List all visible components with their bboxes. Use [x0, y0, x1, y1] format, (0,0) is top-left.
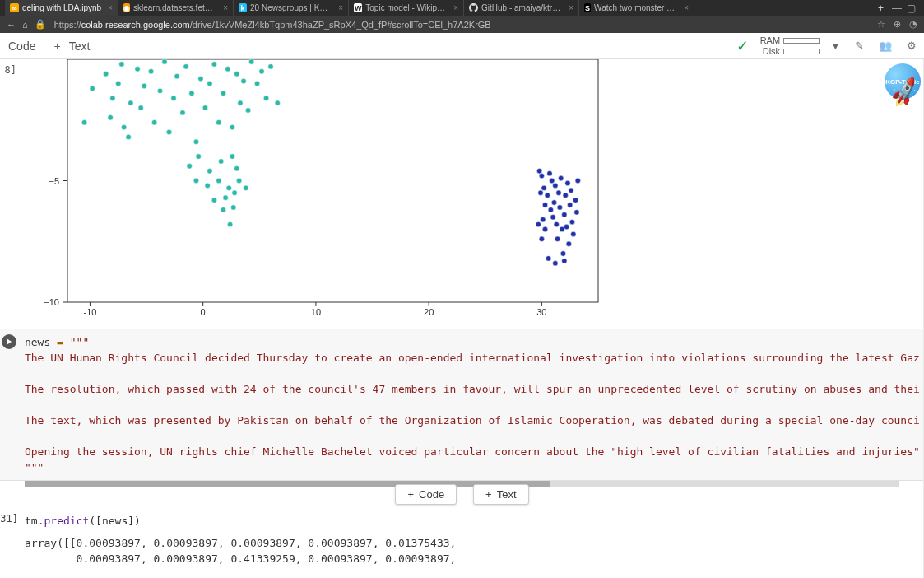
close-tab-icon[interactable]: × [684, 3, 689, 12]
svg-point-77 [536, 221, 541, 226]
svg-point-85 [547, 170, 552, 175]
browser-tabstrip: ∞deling with LDA.ipynb×◉sklearn.datasets… [0, 0, 924, 16]
code-editor[interactable]: news = """ The UN Human Rights Council d… [18, 329, 924, 480]
tab-title: sklearn.datasets.fetch_20newsgr [133, 3, 216, 12]
svg-point-30 [157, 88, 162, 93]
profile-icon[interactable]: ◔ [909, 19, 917, 30]
svg-point-102 [566, 241, 571, 246]
new-tab-button[interactable]: + [873, 2, 889, 14]
svg-point-23 [128, 100, 133, 105]
toolbar-dropdown-icon[interactable]: ▼ [831, 41, 840, 51]
svg-point-37 [189, 91, 194, 96]
svg-point-29 [151, 120, 156, 125]
svg-point-67 [223, 195, 228, 200]
svg-point-47 [234, 72, 239, 77]
svg-point-106 [571, 231, 576, 236]
svg-point-38 [193, 139, 198, 144]
inline-code-label: Code [419, 488, 444, 501]
favicon-icon: W [354, 3, 362, 12]
close-tab-icon[interactable]: × [453, 3, 458, 12]
svg-point-99 [563, 193, 568, 198]
predict-code[interactable]: tm.predict([news]) [18, 508, 147, 534]
browser-tab[interactable]: SWatch two monster black holes× [579, 0, 694, 16]
settings-icon[interactable]: ⚙ [904, 39, 919, 54]
favicon-github-icon [469, 3, 478, 12]
browser-tab[interactable]: GitHub - amaiya/ktrain: ktrain is× [464, 0, 579, 16]
home-icon[interactable]: ⌂ [22, 20, 28, 30]
code-cell-predict[interactable]: 31] tm.predict([news]) [0, 508, 924, 534]
svg-rect-0 [67, 59, 598, 302]
close-tab-icon[interactable]: × [338, 3, 343, 12]
close-tab-icon[interactable]: × [223, 3, 228, 12]
browser-tab[interactable]: ◉sklearn.datasets.fetch_20newsgr× [118, 0, 234, 16]
svg-point-83 [542, 226, 547, 231]
close-tab-icon[interactable]: × [108, 3, 113, 12]
svg-point-104 [569, 188, 573, 193]
svg-point-59 [207, 169, 212, 174]
svg-point-39 [198, 76, 203, 81]
svg-point-101 [565, 180, 570, 185]
maximize-icon[interactable]: ▢ [907, 2, 916, 14]
scatter-svg: -100102030−10−5 [18, 59, 606, 327]
inline-insert-row: + Code + Text [0, 484, 924, 505]
insert-code-button[interactable]: Code [5, 38, 39, 54]
svg-point-69 [221, 207, 225, 212]
run-button[interactable] [0, 329, 18, 480]
svg-point-42 [211, 62, 216, 67]
svg-point-107 [573, 198, 578, 203]
svg-point-93 [556, 190, 561, 195]
channel-badge: KGP Talkie 🚀 [871, 62, 924, 101]
svg-point-74 [234, 166, 239, 171]
svg-point-66 [211, 198, 216, 203]
svg-text:30: 30 [536, 307, 546, 317]
plus-icon: + [53, 40, 60, 53]
favicon-icon: k [239, 3, 247, 12]
svg-point-80 [542, 203, 547, 207]
svg-point-62 [193, 178, 198, 183]
svg-point-58 [187, 164, 192, 169]
svg-point-57 [196, 154, 201, 159]
edit-icon[interactable]: ✎ [852, 39, 866, 54]
connected-check-icon: ✓ [736, 37, 749, 55]
browser-tab[interactable]: ∞deling with LDA.ipynb× [5, 0, 118, 16]
code-cell-news[interactable]: news = """ The UN Human Rights Council d… [0, 329, 924, 481]
close-tab-icon[interactable]: × [569, 3, 573, 12]
favorite-icon[interactable]: ☆ [877, 19, 885, 30]
tab-title: Watch two monster black holes [594, 3, 677, 12]
svg-point-82 [539, 236, 544, 241]
favicon-icon: S [584, 3, 591, 12]
share-icon[interactable]: 👥 [878, 39, 893, 54]
minimize-icon[interactable]: — [892, 2, 902, 14]
svg-text:10: 10 [311, 307, 321, 317]
url-text[interactable]: https://colab.research.google.com/drive/… [54, 20, 869, 30]
toolbar-right: ✓ RAM Disk ▼ ✎ 👥 ⚙ [736, 35, 919, 56]
disk-label: Disk [763, 46, 780, 56]
svg-point-88 [550, 215, 555, 220]
collections-icon[interactable]: ⊕ [894, 19, 901, 30]
exec-count-chart: 8] [0, 59, 16, 327]
svg-point-90 [553, 183, 558, 188]
lock-icon: 🔒 [35, 19, 46, 30]
svg-point-41 [207, 81, 212, 86]
resource-meters[interactable]: RAM Disk [760, 35, 820, 56]
svg-point-22 [119, 62, 124, 67]
svg-point-111 [553, 261, 558, 266]
inline-add-text-button[interactable]: + Text [473, 484, 528, 505]
svg-point-75 [536, 169, 541, 174]
svg-point-20 [116, 81, 121, 86]
svg-point-112 [562, 259, 567, 263]
back-icon[interactable]: ← [7, 20, 16, 30]
browser-tab[interactable]: WTopic model - Wikipedia× [349, 0, 464, 16]
inline-text-label: Text [497, 488, 517, 501]
inline-add-code-button[interactable]: + Code [395, 484, 457, 505]
svg-point-44 [221, 91, 225, 96]
insert-text-button[interactable]: Text [66, 38, 94, 54]
svg-point-46 [230, 124, 234, 129]
svg-point-81 [541, 217, 546, 222]
tab-title: deling with LDA.ipynb [22, 3, 101, 12]
svg-text:20: 20 [424, 307, 434, 317]
favicon-icon: ◉ [123, 3, 130, 12]
svg-point-36 [183, 64, 188, 69]
tabs-row: ∞deling with LDA.ipynb×◉sklearn.datasets… [5, 0, 873, 16]
browser-tab[interactable]: k20 Newsgroups | Kaggle× [234, 0, 349, 16]
